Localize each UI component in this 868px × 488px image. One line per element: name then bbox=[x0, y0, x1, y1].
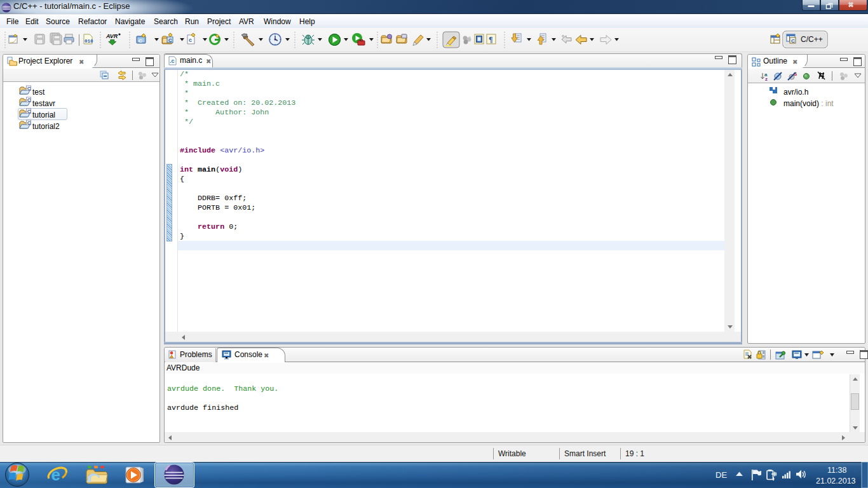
svg-text:C: C bbox=[168, 37, 172, 43]
svg-text:¶: ¶ bbox=[489, 35, 492, 44]
svg-text:z: z bbox=[765, 76, 768, 82]
svg-text:C: C bbox=[27, 86, 31, 92]
svg-text:c: c bbox=[189, 37, 192, 43]
svg-text:11:38: 11:38 bbox=[827, 466, 846, 475]
svg-text:C: C bbox=[139, 38, 142, 44]
svg-text:DE: DE bbox=[715, 470, 727, 480]
svg-text:.c: .c bbox=[170, 58, 175, 64]
svg-text:C/C++: C/C++ bbox=[801, 35, 823, 44]
svg-text:C: C bbox=[791, 38, 795, 44]
svg-text:AVR: AVR bbox=[105, 33, 118, 39]
svg-text:21.02.2013: 21.02.2013 bbox=[816, 477, 856, 485]
svg-text:010: 010 bbox=[85, 39, 93, 44]
